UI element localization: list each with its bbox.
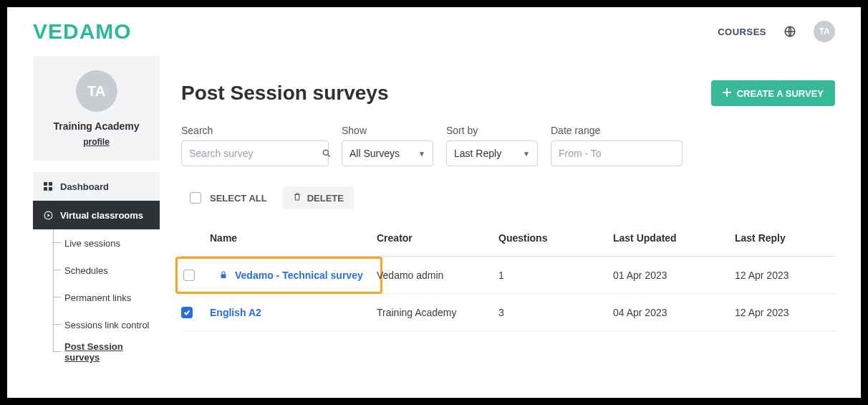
sidebar-sub-live-sessions[interactable]: Live sessions (53, 229, 160, 257)
brand-logo[interactable]: VEDAMO (33, 19, 132, 44)
svg-rect-3 (44, 187, 47, 191)
search-input[interactable] (189, 148, 314, 159)
cell-creator: Training Academy (377, 307, 498, 318)
row-checkbox[interactable] (181, 307, 193, 318)
cell-questions: 3 (498, 307, 613, 318)
sidebar-item-label: Virtual classrooms (60, 210, 143, 221)
show-select[interactable]: All Surveys ▼ (342, 140, 433, 166)
search-icon[interactable] (322, 148, 332, 158)
filter-sort: Sort by Last Reply ▼ (446, 125, 538, 166)
sidebar-item-label: Sessions link control (64, 320, 150, 330)
svg-point-8 (323, 150, 328, 155)
button-label: DELETE (307, 193, 344, 204)
filters-row: Search Show All Surveys ▼ Sort by L (181, 125, 835, 166)
col-name: Name (210, 232, 377, 244)
chevron-down-icon: ▼ (418, 150, 425, 158)
row-checkbox-cell (181, 307, 210, 318)
table-row: English A2 Training Academy 3 04 Apr 202… (181, 294, 835, 331)
checkbox[interactable] (190, 192, 201, 204)
courses-link[interactable]: COURSES (718, 27, 766, 37)
filter-label: Date range (551, 125, 683, 136)
daterange-input[interactable] (559, 148, 684, 159)
grid-icon (43, 182, 53, 191)
sidebar-sub-permanent-links[interactable]: Permanent links (53, 284, 160, 311)
cell-last-reply: 12 Apr 2023 (735, 307, 835, 318)
sidebar-item-virtual-classrooms[interactable]: Virtual classrooms (33, 201, 160, 229)
sidebar-sub-schedules[interactable]: Schedules (53, 257, 160, 284)
actions-row: SELECT ALL DELETE (181, 186, 835, 209)
cell-questions: 1 (498, 270, 613, 281)
sidebar-nav: Dashboard Virtual classrooms Live sessio… (33, 172, 160, 366)
main-content: Post Session surveys CREATE A SURVEY Sea… (181, 56, 835, 366)
title-row: Post Session surveys CREATE A SURVEY (181, 80, 835, 106)
col-questions: Questions (498, 232, 613, 244)
plus-icon (723, 88, 731, 99)
profile-card: TA Training Academy profile (33, 56, 160, 161)
topbar: VEDAMO COURSES TA (7, 7, 861, 56)
lock-icon (219, 270, 228, 280)
select-value: All Surveys (349, 148, 400, 159)
sidebar: TA Training Academy profile Dashboard Vi… (33, 56, 160, 366)
survey-name-link[interactable]: English A2 (210, 307, 377, 318)
select-all-label: SELECT ALL (210, 193, 267, 204)
sidebar-item-label: Post Session surveys (64, 341, 160, 363)
filter-daterange: Date range (551, 125, 683, 166)
col-last-updated: Last Updated (613, 232, 735, 244)
search-input-wrapper (181, 140, 329, 166)
cell-last-updated: 01 Apr 2023 (613, 270, 735, 281)
cell-creator: Vedamo admin (377, 270, 498, 281)
sidebar-item-label: Live sessions (64, 238, 120, 249)
trash-icon (293, 192, 302, 204)
sidebar-sub-sessions-link-control[interactable]: Sessions link control (53, 311, 160, 338)
highlighted-cell: Vedamo - Technical survey (175, 257, 382, 294)
select-value: Last Reply (454, 148, 501, 159)
filter-label: Search (181, 125, 329, 136)
svg-rect-1 (44, 182, 47, 186)
svg-rect-2 (49, 182, 52, 186)
svg-rect-4 (49, 187, 52, 191)
surveys-table: Name Creator Questions Last Updated Last… (181, 219, 835, 331)
create-survey-button[interactable]: CREATE A SURVEY (711, 80, 835, 106)
sidebar-item-label: Dashboard (60, 181, 109, 192)
topbar-right: COURSES TA (718, 21, 835, 42)
page-title: Post Session surveys (181, 82, 388, 105)
sidebar-subnav: Live sessions Schedules Permanent links … (33, 229, 160, 366)
avatar[interactable]: TA (76, 70, 117, 112)
play-circle-icon (43, 211, 53, 220)
sidebar-item-dashboard[interactable]: Dashboard (33, 172, 160, 201)
filter-label: Sort by (446, 125, 538, 136)
col-creator: Creator (377, 232, 498, 244)
filter-show: Show All Surveys ▼ (342, 125, 433, 166)
row-checkbox[interactable] (183, 270, 195, 281)
svg-rect-9 (221, 275, 226, 279)
survey-name: English A2 (210, 307, 261, 318)
table-header: Name Creator Questions Last Updated Last… (181, 219, 835, 257)
col-last-reply: Last Reply (735, 232, 835, 244)
sidebar-item-label: Permanent links (64, 292, 131, 303)
chevron-down-icon: ▼ (523, 150, 530, 158)
sort-select[interactable]: Last Reply ▼ (446, 140, 538, 166)
delete-button[interactable]: DELETE (283, 186, 354, 209)
avatar[interactable]: TA (814, 21, 835, 42)
button-label: CREATE A SURVEY (737, 88, 824, 99)
cell-last-reply: 12 Apr 2023 (735, 270, 835, 281)
org-name: Training Academy (42, 120, 151, 132)
survey-name: Vedamo - Technical survey (235, 270, 363, 281)
survey-name-link[interactable]: Vedamo - Technical survey (219, 270, 375, 281)
select-all-toggle[interactable]: SELECT ALL (181, 186, 276, 209)
sidebar-item-label: Schedules (64, 265, 108, 276)
filter-label: Show (342, 125, 433, 136)
daterange-input-wrapper (551, 140, 683, 166)
svg-rect-7 (723, 92, 731, 93)
profile-link[interactable]: profile (83, 137, 110, 147)
sidebar-sub-post-session-surveys[interactable]: Post Session surveys (53, 338, 160, 366)
table-row: Vedamo - Technical survey Vedamo admin 1… (181, 257, 835, 294)
globe-icon[interactable] (783, 25, 796, 38)
cell-last-updated: 04 Apr 2023 (613, 307, 735, 318)
filter-search: Search (181, 125, 329, 166)
